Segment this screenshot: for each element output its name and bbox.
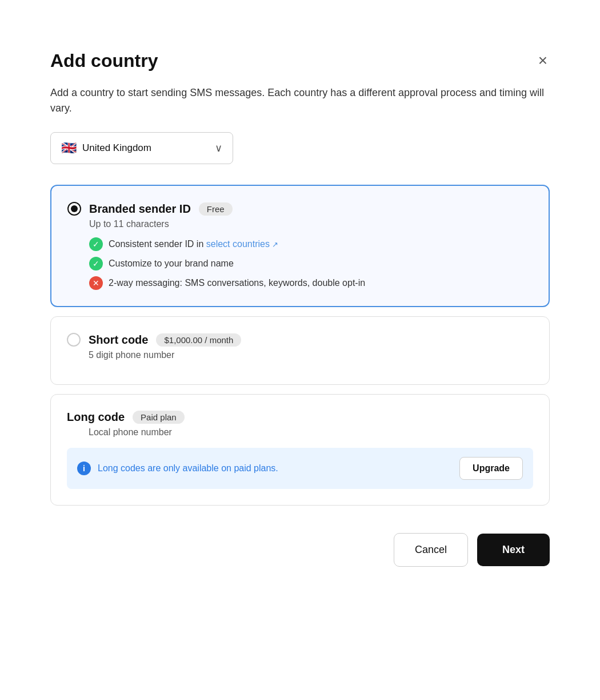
select-countries-link[interactable]: select countries bbox=[206, 239, 278, 249]
feature-text-2: Customize to your brand name bbox=[109, 258, 234, 269]
long-code-subtitle: Local phone number bbox=[89, 427, 533, 438]
long-code-info-banner: i Long codes are only available on paid … bbox=[67, 448, 533, 489]
short-code-header: Short code $1,000.00 / month bbox=[67, 333, 533, 347]
modal-description: Add a country to start sending SMS messa… bbox=[50, 85, 550, 116]
options-container: Branded sender ID Free Up to 11 characte… bbox=[50, 185, 550, 506]
close-button[interactable]: × bbox=[536, 50, 550, 71]
branded-sender-badge: Free bbox=[199, 202, 233, 216]
info-icon: i bbox=[77, 462, 91, 475]
short-code-radio[interactable] bbox=[67, 333, 81, 347]
long-code-info-message: Long codes are only available on paid pl… bbox=[98, 463, 278, 474]
long-code-option: Long code Paid plan Local phone number i… bbox=[50, 394, 550, 506]
long-code-title: Long code bbox=[67, 411, 125, 424]
feature-2way: ✕ 2-way messaging: SMS conversations, ke… bbox=[89, 276, 533, 290]
long-code-badge: Paid plan bbox=[133, 411, 185, 424]
country-select-dropdown[interactable]: 🇬🇧 United Kingdom ∨ bbox=[50, 132, 233, 164]
branded-sender-header: Branded sender ID Free bbox=[67, 202, 533, 216]
country-flag: 🇬🇧 bbox=[61, 141, 77, 156]
upgrade-button[interactable]: Upgrade bbox=[459, 457, 523, 480]
short-code-subtitle: 5 digit phone number bbox=[89, 350, 533, 360]
add-country-modal: Add country × Add a country to start sen… bbox=[23, 23, 577, 594]
check-icon-2: ✓ bbox=[89, 257, 103, 271]
feature-customize: ✓ Customize to your brand name bbox=[89, 257, 533, 271]
cancel-button[interactable]: Cancel bbox=[394, 533, 468, 567]
modal-title: Add country bbox=[50, 50, 158, 71]
branded-sender-radio[interactable] bbox=[67, 202, 81, 216]
long-code-header: Long code Paid plan bbox=[67, 411, 533, 424]
branded-sender-features: ✓ Consistent sender ID in select countri… bbox=[89, 237, 533, 290]
modal-footer: Cancel Next bbox=[50, 533, 550, 567]
x-icon-1: ✕ bbox=[89, 276, 103, 290]
feature-consistent-sender: ✓ Consistent sender ID in select countri… bbox=[89, 237, 533, 251]
feature-text-1: Consistent sender ID in select countries bbox=[109, 239, 278, 249]
modal-header: Add country × bbox=[50, 50, 550, 71]
short-code-title: Short code bbox=[89, 333, 148, 347]
country-select-value: 🇬🇧 United Kingdom bbox=[61, 141, 151, 156]
branded-sender-subtitle: Up to 11 characters bbox=[89, 219, 533, 229]
branded-sender-option[interactable]: Branded sender ID Free Up to 11 characte… bbox=[50, 185, 550, 307]
short-code-badge: $1,000.00 / month bbox=[156, 333, 241, 347]
check-icon-1: ✓ bbox=[89, 237, 103, 251]
long-code-info-text: i Long codes are only available on paid … bbox=[77, 462, 278, 475]
feature-text-3: 2-way messaging: SMS conversations, keyw… bbox=[109, 278, 365, 288]
country-name: United Kingdom bbox=[82, 142, 151, 154]
chevron-down-icon: ∨ bbox=[215, 142, 222, 154]
short-code-option[interactable]: Short code $1,000.00 / month 5 digit pho… bbox=[50, 316, 550, 385]
next-button[interactable]: Next bbox=[477, 534, 550, 566]
branded-sender-title: Branded sender ID bbox=[89, 202, 191, 216]
